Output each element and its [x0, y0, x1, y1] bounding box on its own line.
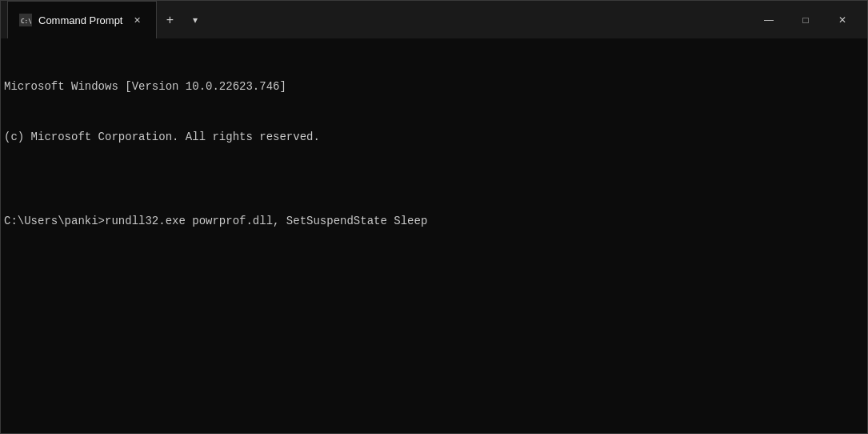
tab-area: C:\ Command Prompt ✕ + ▾ [7, 1, 744, 38]
close-button[interactable]: ✕ [824, 7, 861, 33]
tab-title: Command Prompt [38, 14, 122, 26]
terminal-window: C:\ Command Prompt ✕ + ▾ — □ ✕ Microsoft… [0, 0, 868, 434]
terminal-line-2: (c) Microsoft Corporation. All rights re… [4, 129, 864, 146]
window-controls: — □ ✕ [750, 7, 861, 33]
title-bar: C:\ Command Prompt ✕ + ▾ — □ ✕ [1, 1, 867, 38]
new-tab-button[interactable]: + [157, 7, 182, 33]
dropdown-button[interactable]: ▾ [182, 7, 208, 33]
tab-close-button[interactable]: ✕ [129, 12, 145, 28]
minimize-button[interactable]: — [750, 7, 787, 33]
terminal-line-1: Microsoft Windows [Version 10.0.22623.74… [4, 78, 864, 95]
cmd-icon: C:\ [19, 14, 32, 26]
maximize-button[interactable]: □ [787, 7, 824, 33]
terminal-output[interactable]: Microsoft Windows [Version 10.0.22623.74… [1, 38, 867, 433]
terminal-line-4: C:\Users\panki>rundll32.exe powrprof.dll… [4, 213, 864, 230]
active-tab[interactable]: C:\ Command Prompt ✕ [7, 1, 157, 38]
svg-text:C:\: C:\ [21, 18, 31, 25]
